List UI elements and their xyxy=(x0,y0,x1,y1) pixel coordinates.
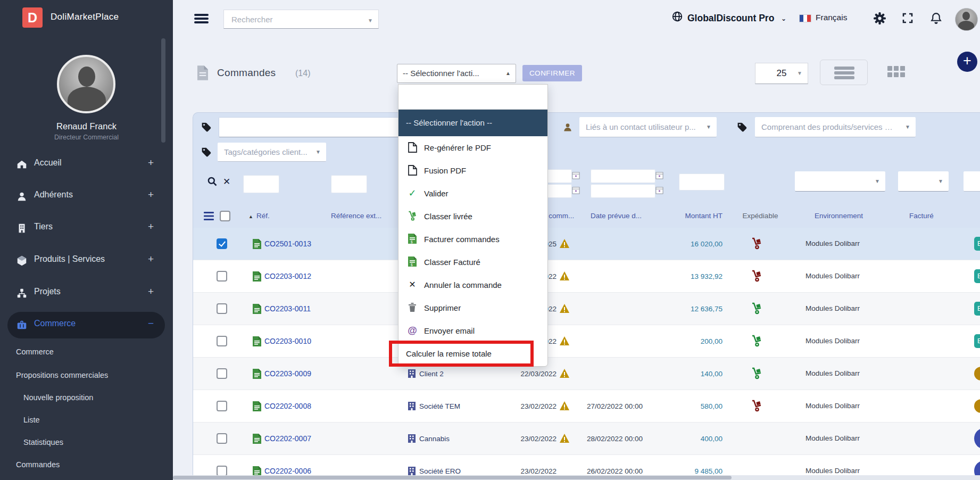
row-checkbox[interactable] xyxy=(217,401,227,411)
action-item-delete[interactable]: Supprimer xyxy=(398,296,547,319)
expand-plus-icon[interactable]: + xyxy=(148,253,154,265)
add-order-button[interactable]: + xyxy=(957,52,977,72)
bell-icon[interactable] xyxy=(929,12,943,27)
language-label[interactable]: Français xyxy=(816,13,847,22)
search-invoiced-select[interactable]: ▼ xyxy=(898,171,949,192)
sidebar-sub-propositions[interactable]: Propositions commerciales xyxy=(16,371,108,379)
profile-avatar[interactable] xyxy=(955,8,978,31)
products-filter-select[interactable]: Comprenant des produits/services avec...… xyxy=(755,117,916,137)
table-row[interactable]: CO2203-0012 22/03/2022 13 932,92 Modules… xyxy=(193,260,980,293)
column-header-date-delivery[interactable]: Date prévue d... xyxy=(591,205,642,227)
customer-tags-select[interactable]: Tags/catégories client... ▼ xyxy=(218,143,326,162)
order-ref-link[interactable]: CO2202-0008 xyxy=(264,402,311,410)
scrollbar-thumb[interactable] xyxy=(173,476,732,479)
sidebar-sub-commerce[interactable]: Commerce xyxy=(16,347,54,356)
column-header-environment[interactable]: Environnement xyxy=(805,205,872,227)
confirm-button[interactable]: CONFIRMER xyxy=(522,65,582,81)
action-item-merge-pdf[interactable]: Fusion PDF xyxy=(398,159,547,182)
empty-option[interactable] xyxy=(398,85,547,110)
action-item-send-email[interactable]: @ Envoyer email xyxy=(398,319,547,342)
fullscreen-icon[interactable] xyxy=(901,12,914,27)
calendar-icon[interactable] xyxy=(572,171,580,179)
client-cell[interactable]: Cannabis xyxy=(408,434,450,443)
sidebar-sub-nouvelle-proposition[interactable]: Nouvelle proposition xyxy=(23,393,93,402)
calendar-icon[interactable] xyxy=(655,171,663,179)
column-header-ref[interactable]: Réf. xyxy=(256,205,270,227)
action-item-classify-invoiced[interactable]: $ Classer Facturé xyxy=(398,251,547,274)
sidebar-item-projets[interactable]: Projets + xyxy=(0,280,173,307)
sidebar-sub-commandes[interactable]: Commandes xyxy=(16,460,60,469)
table-row[interactable]: CO2203-0009 Client 2 22/03/2022 140,00 M… xyxy=(193,358,980,390)
collapse-minus-icon[interactable]: − xyxy=(148,318,154,329)
column-header-invoiced[interactable]: Facturé xyxy=(909,205,934,227)
order-ref-link[interactable]: CO2203-0010 xyxy=(264,337,311,345)
search-amount-input[interactable] xyxy=(679,173,725,191)
order-ref-link[interactable]: CO2203-0012 xyxy=(264,272,311,280)
action-item-validate[interactable]: ✓ Valider xyxy=(398,182,547,205)
sidebar-item-accueil[interactable]: Accueil + xyxy=(0,151,173,178)
sidebar-sub-statistiques[interactable]: Statistiques xyxy=(23,438,63,446)
clear-search-icon[interactable]: ✕ xyxy=(223,176,230,187)
expand-plus-icon[interactable]: + xyxy=(148,221,154,233)
column-header-shippable[interactable]: Expédiable xyxy=(736,205,784,227)
order-ref-link[interactable]: CO2203-0011 xyxy=(264,304,311,313)
row-checkbox[interactable] xyxy=(217,303,227,314)
action-item-classify-delivered[interactable]: Classer livrée xyxy=(398,205,547,228)
calendar-icon[interactable] xyxy=(655,186,663,194)
column-header-ref-ext[interactable]: Référence ext... xyxy=(331,205,381,227)
order-ref-link[interactable]: CO2203-0009 xyxy=(264,369,311,378)
sidebar-scrollbar[interactable] xyxy=(161,38,165,143)
row-checkbox[interactable] xyxy=(217,336,227,346)
table-row[interactable]: CO2202-0008 Société TEM 23/02/2022 27/02… xyxy=(193,390,980,423)
table-row[interactable]: CO2203-0010 22/03/2022 200,00 Modules Do… xyxy=(193,325,980,358)
search-environment-select[interactable]: ▼ xyxy=(795,171,885,192)
contact-filter-select[interactable]: Liés à un contact utilisateur p... ▼ xyxy=(579,117,717,137)
table-row[interactable]: CO2203-0011 22/03/2022 12 636,75 Modules… xyxy=(193,293,980,325)
table-row[interactable]: CO2501-0013 13/01/2025 16 020,00 Modules… xyxy=(193,228,980,260)
select-all-checkbox[interactable] xyxy=(220,211,230,221)
mass-action-select[interactable]: -- Sélectionner l'acti... ▲ xyxy=(397,64,516,83)
sidebar-item-commerce[interactable]: Commerce − xyxy=(0,312,173,338)
expand-plus-icon[interactable]: + xyxy=(148,286,154,297)
row-checkbox[interactable] xyxy=(217,271,227,282)
sidebar-item-produits-services[interactable]: Produits | Services + xyxy=(0,247,173,274)
search-input[interactable] xyxy=(230,14,360,24)
global-search[interactable]: ▼ xyxy=(223,10,379,29)
table-row[interactable]: CO2202-0006 Société ERO 23/02/2022 26/02… xyxy=(193,455,980,476)
gear-icon[interactable] xyxy=(873,12,886,27)
order-ref-link[interactable]: CO2202-0006 xyxy=(264,467,311,475)
row-checkbox[interactable] xyxy=(217,433,227,444)
order-ref-link[interactable]: CO2501-0013 xyxy=(264,239,311,248)
row-checkbox[interactable] xyxy=(217,466,227,476)
order-ref-link[interactable]: CO2202-0007 xyxy=(264,434,311,443)
search-date-delivery-to[interactable] xyxy=(591,184,655,198)
action-item-regenerate-pdf[interactable]: Re-générer le PDF xyxy=(398,136,547,159)
user-avatar[interactable] xyxy=(57,55,115,113)
brand-logo[interactable]: D xyxy=(22,7,43,28)
sidebar-item-adherents[interactable]: Adhérents + xyxy=(0,183,173,210)
grid-view-button[interactable] xyxy=(887,66,909,78)
search-date-delivery-from[interactable] xyxy=(591,169,655,183)
column-header-amount[interactable]: Montant HT xyxy=(661,205,722,227)
search-extra-select[interactable] xyxy=(964,171,980,192)
client-cell[interactable]: Société ERO xyxy=(408,467,461,475)
sidebar-item-tiers[interactable]: Tiers + xyxy=(0,215,173,242)
brand-name[interactable]: DoliMarketPlace xyxy=(51,12,119,22)
calendar-icon[interactable] xyxy=(572,186,580,194)
row-checkbox[interactable] xyxy=(217,368,227,379)
sort-asc-icon[interactable]: ▲ xyxy=(248,205,253,227)
sidebar-sub-liste[interactable]: Liste xyxy=(23,416,40,424)
page-size-select[interactable]: 25 ▼ xyxy=(755,63,808,84)
client-cell[interactable]: Client 2 xyxy=(408,369,444,378)
search-icon[interactable] xyxy=(207,176,218,189)
list-view-button[interactable] xyxy=(820,60,868,85)
row-checkbox[interactable] xyxy=(217,238,227,249)
search-ref-ext-input[interactable] xyxy=(331,175,367,193)
table-row[interactable]: CO2202-0007 Cannabis 23/02/2022 28/02/20… xyxy=(193,423,980,455)
expand-plus-icon[interactable]: + xyxy=(148,189,154,201)
column-selector-icon[interactable] xyxy=(204,212,214,222)
client-cell[interactable]: Société TEM xyxy=(408,402,460,410)
expand-plus-icon[interactable]: + xyxy=(148,157,154,169)
action-item-selected[interactable]: -- Sélectionner l'action -- xyxy=(398,110,547,136)
horizontal-scrollbar[interactable] xyxy=(173,475,980,480)
